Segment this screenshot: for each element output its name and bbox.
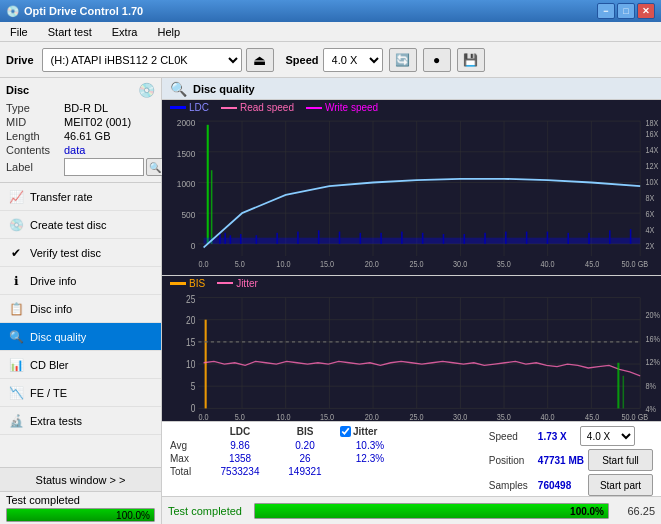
status-text: Test completed (6, 494, 155, 506)
max-jitter: 12.3% (340, 453, 400, 464)
stats-right-panel: Speed 1.73 X 4.0 X 2.0 X 8.0 X Position … (489, 426, 653, 496)
close-button[interactable]: ✕ (637, 3, 655, 19)
speed-select[interactable]: 4.0 X 1.0 X 2.0 X 8.0 X (323, 48, 383, 72)
svg-text:4X: 4X (645, 225, 655, 235)
svg-rect-36 (547, 232, 549, 244)
transfer-rate-icon: 📈 (8, 189, 24, 205)
nav-item-fe-te[interactable]: 📉 FE / TE (0, 379, 161, 407)
bis-label: BIS (189, 278, 205, 289)
svg-text:1500: 1500 (177, 148, 195, 159)
legend-read-speed: Read speed (221, 102, 294, 113)
write-speed-color (306, 107, 322, 109)
nav-item-disc-info[interactable]: 📋 Disc info (0, 295, 161, 323)
label-input[interactable] (64, 158, 144, 176)
drive-select[interactable]: (H:) ATAPI iHBS112 2 CL0K (42, 48, 242, 72)
avg-bis: 0.20 (280, 440, 330, 451)
nav-label-create-test-disc: Create test disc (30, 219, 106, 231)
legend-ldc: LDC (170, 102, 209, 113)
maximize-button[interactable]: □ (617, 3, 635, 19)
nav-label-disc-info: Disc info (30, 303, 72, 315)
app-icon: 💿 (6, 5, 20, 18)
svg-text:10X: 10X (645, 177, 659, 187)
main-progress-container: 100.0% (254, 503, 609, 519)
disc-mid-row: MID MEIT02 (001) (6, 116, 155, 128)
stats-avg-row: Avg 9.86 0.20 10.3% (170, 440, 481, 451)
svg-text:20%: 20% (645, 310, 660, 320)
read-speed-label: Read speed (240, 102, 294, 113)
nav-item-transfer-rate[interactable]: 📈 Transfer rate (0, 183, 161, 211)
nav-item-cd-bler[interactable]: 📊 CD Bler (0, 351, 161, 379)
svg-rect-18 (219, 234, 221, 244)
svg-text:45.0: 45.0 (585, 412, 600, 421)
bis-color (170, 282, 186, 285)
svg-text:2X: 2X (645, 241, 655, 251)
svg-rect-25 (318, 230, 320, 244)
left-panel: Disc 💿 Type BD-R DL MID MEIT02 (001) Len… (0, 78, 162, 524)
svg-rect-27 (360, 233, 362, 244)
position-label: Position (489, 455, 534, 466)
nav-item-create-test-disc[interactable]: 💿 Create test disc (0, 211, 161, 239)
disc-section: Disc 💿 Type BD-R DL MID MEIT02 (001) Len… (0, 78, 161, 183)
svg-rect-21 (240, 234, 242, 244)
start-full-button[interactable]: Start full (588, 449, 653, 471)
disc-quality-icon: 🔍 (8, 329, 24, 345)
svg-text:40.0: 40.0 (540, 412, 555, 421)
title-bar: 💿 Opti Drive Control 1.70 − □ ✕ (0, 0, 661, 22)
svg-rect-38 (588, 233, 590, 244)
svg-rect-39 (609, 230, 611, 244)
svg-text:25.0: 25.0 (409, 260, 424, 270)
left-status-bar: Test completed 100.0% (0, 491, 161, 524)
minimize-button[interactable]: − (597, 3, 615, 19)
menu-extra[interactable]: Extra (106, 24, 144, 40)
disc-icon[interactable]: 💿 (138, 82, 155, 98)
nav-item-extra-tests[interactable]: 🔬 Extra tests (0, 407, 161, 435)
refresh-button[interactable]: 🔄 (389, 48, 417, 72)
top-chart-svg: 0 500 1000 1500 2000 2X 4X 6X 8X 10X 12X… (162, 115, 661, 275)
progress-label: 100.0% (116, 509, 150, 522)
speed-select[interactable]: 4.0 X 2.0 X 8.0 X (580, 426, 635, 446)
svg-rect-37 (567, 233, 569, 244)
mid-value: MEIT02 (001) (64, 116, 131, 128)
position-value: 47731 MB (538, 455, 584, 466)
samples-label: Samples (489, 480, 534, 491)
svg-rect-16 (211, 170, 213, 244)
cd-bler-icon: 📊 (8, 357, 24, 373)
svg-text:20.0: 20.0 (365, 412, 380, 421)
record-button[interactable]: ● (423, 48, 451, 72)
svg-text:15.0: 15.0 (320, 412, 335, 421)
svg-text:5: 5 (191, 380, 196, 392)
svg-rect-19 (224, 233, 226, 244)
create-test-disc-icon: 💿 (8, 217, 24, 233)
start-part-button[interactable]: Start part (588, 474, 653, 496)
verify-test-disc-icon: ✔ (8, 245, 24, 261)
svg-text:5.0: 5.0 (235, 260, 246, 270)
svg-text:0.0: 0.0 (198, 412, 208, 421)
menu-help[interactable]: Help (151, 24, 186, 40)
nav-item-drive-info[interactable]: ℹ Drive info (0, 267, 161, 295)
svg-text:50.0 GB: 50.0 GB (621, 260, 648, 270)
status-window-button[interactable]: Status window > > (0, 467, 161, 491)
title-bar-left: 💿 Opti Drive Control 1.70 (6, 5, 143, 18)
svg-text:10.0: 10.0 (276, 260, 291, 270)
main-progress-fill (255, 504, 608, 518)
disc-quality-header-icon: 🔍 (170, 81, 187, 97)
menu-file[interactable]: File (4, 24, 34, 40)
svg-text:18X: 18X (645, 118, 659, 128)
svg-text:25: 25 (186, 292, 195, 304)
svg-text:30.0: 30.0 (453, 412, 468, 421)
nav-item-verify-test-disc[interactable]: ✔ Verify test disc (0, 239, 161, 267)
samples-value: 760498 (538, 480, 571, 491)
chart-area: LDC Read speed Write speed (162, 100, 661, 496)
drive-info-icon: ℹ (8, 273, 24, 289)
svg-text:8X: 8X (645, 193, 655, 203)
save-button[interactable]: 💾 (457, 48, 485, 72)
stats-col-bis-header: BIS (280, 426, 330, 437)
svg-rect-28 (380, 233, 382, 244)
disc-label-label: Label (6, 161, 64, 173)
jitter-checkbox[interactable] (340, 426, 351, 437)
menu-start-test[interactable]: Start test (42, 24, 98, 40)
total-label: Total (170, 466, 200, 477)
nav-item-disc-quality[interactable]: 🔍 Disc quality (0, 323, 161, 351)
read-speed-color (221, 107, 237, 109)
eject-button[interactable]: ⏏ (246, 48, 274, 72)
